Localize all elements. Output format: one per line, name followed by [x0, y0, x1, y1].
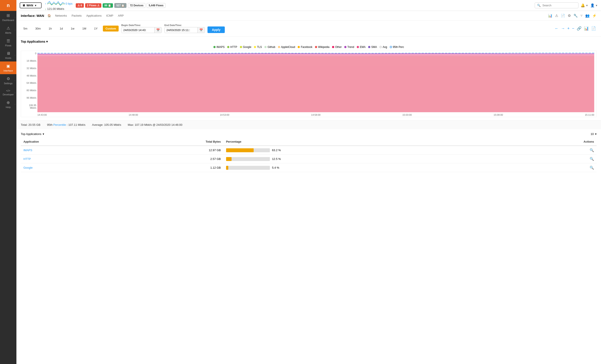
interface-icon: ▣: [6, 64, 10, 69]
zoom-action-icon[interactable]: 🔍: [590, 148, 594, 152]
search-input[interactable]: [542, 4, 576, 7]
search-box[interactable]: 🔍: [535, 2, 579, 8]
sidebar-item-hosts[interactable]: 🖥 Hosts ›: [0, 49, 16, 61]
chart-title: Top Applications: [21, 40, 45, 43]
sidebar-item-label: Help: [6, 106, 11, 108]
dropdown-arrow: ▾: [43, 132, 44, 136]
chart-view-button[interactable]: 📊: [583, 25, 589, 31]
dashboard-icon: ⊞: [7, 13, 10, 18]
table-row: Google 1.12 GB 5.4 % 🔍: [21, 163, 597, 172]
zoom-action-icon[interactable]: 🔍: [590, 166, 594, 169]
logo[interactable]: n: [0, 0, 16, 11]
action-cell: 🔍: [519, 146, 597, 155]
prev-button[interactable]: ←: [554, 26, 559, 31]
wrench-icon[interactable]: 🔧: [573, 14, 578, 18]
wan-selector[interactable]: 🖥 WAN ▼: [20, 2, 41, 8]
lightning-icon[interactable]: ⚡: [592, 14, 597, 18]
notifications-button[interactable]: 🔔 ▼: [581, 3, 588, 8]
sidebar-item-dashboard[interactable]: ⊞ Dashboard ›: [0, 11, 16, 24]
subnav-arp[interactable]: ARP: [116, 13, 126, 18]
time-30m[interactable]: 30m: [33, 26, 43, 31]
subnav-applications[interactable]: Applications: [84, 13, 103, 18]
google-link[interactable]: Google: [23, 166, 33, 169]
subnav-icmp[interactable]: ICMP: [104, 13, 115, 18]
count-badge-green[interactable]: 86 📋: [103, 3, 113, 8]
legend-dot: [368, 46, 370, 48]
total-stat: Total: 20.55 GB: [21, 123, 40, 127]
legend-imaps: IMAPS: [213, 46, 225, 49]
next-button[interactable]: →: [560, 26, 566, 31]
search-area: 🔍 🔔 ▼ 👤 ▼: [535, 2, 598, 8]
legend-dot: [213, 46, 216, 48]
nav-arrows: ← → + − 🔗 📊 📄: [554, 25, 597, 31]
table-count-selector[interactable]: 10 ▾: [591, 132, 597, 136]
end-calendar-icon[interactable]: 📅: [197, 27, 205, 33]
end-date-input-wrap[interactable]: 📅: [164, 27, 205, 33]
subnav-networks[interactable]: Networks: [53, 13, 69, 18]
file-icon[interactable]: 📄: [561, 14, 565, 18]
flows-alert-badge[interactable]: 2 Flows ⚠: [85, 3, 101, 8]
legend-trend: Trend: [344, 46, 354, 49]
chart-title-dropdown[interactable]: Top Applications ▾: [21, 40, 48, 43]
progress-bar: [226, 148, 270, 152]
progress-wrap: 63.2 %: [226, 148, 517, 152]
legend-dot: [344, 46, 346, 48]
user-button[interactable]: 👤 ▼: [590, 3, 598, 8]
percentile-link[interactable]: Percentile: [53, 123, 66, 127]
zoom-action-icon[interactable]: 🔍: [590, 157, 594, 161]
pct-label: 63.2 %: [272, 148, 281, 152]
flows-count-badge[interactable]: 5,449 Flows: [147, 3, 165, 8]
sidebar-item-label: Dashboard: [2, 19, 14, 21]
time-custom[interactable]: Custom: [103, 26, 119, 31]
zoom-out-button[interactable]: −: [571, 26, 575, 31]
doc-icon: 📋: [108, 4, 111, 7]
people-icon[interactable]: 👥: [585, 14, 590, 18]
link-button[interactable]: 🔗: [576, 25, 582, 31]
sidebar-item-help[interactable]: ⊕ Help ›: [0, 98, 16, 111]
traffic-up: 0 bps: [66, 2, 73, 5]
gear-icon[interactable]: ⚙: [568, 14, 571, 18]
developer-icon: </>: [6, 89, 10, 92]
alert-badge[interactable]: ⚠ 6: [76, 3, 84, 8]
begin-calendar-icon[interactable]: 📅: [154, 27, 161, 33]
imaps-link[interactable]: IMAPS: [23, 148, 32, 152]
legend-dot: [254, 46, 256, 48]
begin-date-input-wrap[interactable]: 📅: [121, 27, 162, 33]
end-date-input[interactable]: [165, 27, 197, 33]
x-axis-labels: 14:43:00 14:48:00 14:53:00 14:58:00 15:0…: [37, 113, 594, 117]
sidebar-item-settings[interactable]: ⚙ Settings ›: [0, 74, 16, 87]
sidebar-item-alerts[interactable]: ⚠ Alerts ›: [0, 24, 16, 36]
warning-icon[interactable]: ⚠: [555, 14, 558, 18]
sidebar-item-developer[interactable]: </> Developer ›: [0, 87, 16, 98]
legend-google: Google: [240, 46, 251, 49]
flows-alert-label: 2 Flows: [87, 4, 97, 7]
legend-95perc: 95th Perc: [390, 46, 404, 49]
time-5m[interactable]: 5m: [21, 26, 30, 31]
subnav-packets[interactable]: Packets: [70, 13, 83, 18]
chevron-right-icon: ›: [15, 103, 15, 105]
begin-date-group: Begin Date/Time: 📅: [121, 24, 162, 33]
begin-date-input[interactable]: [121, 27, 154, 33]
page-title: Interface: WAN: [21, 14, 44, 18]
devices-badge[interactable]: 72 Devices: [128, 3, 145, 8]
time-1h[interactable]: 1h: [46, 26, 54, 31]
zoom-in-button[interactable]: +: [567, 26, 570, 31]
time-1w[interactable]: 1w: [68, 26, 77, 31]
count-badge-gray[interactable]: 527 📋: [114, 3, 127, 8]
sidebar-item-flows[interactable]: ☰ Flows: [0, 36, 16, 49]
progress-bar: [226, 157, 270, 161]
col-application: Application: [21, 138, 123, 146]
chart-icon[interactable]: 📊: [548, 14, 552, 18]
time-1M[interactable]: 1M: [80, 26, 89, 31]
fork-icon[interactable]: ⑂: [581, 14, 583, 18]
http-link[interactable]: HTTP: [23, 157, 31, 161]
export-button[interactable]: 📄: [591, 25, 597, 31]
apply-button[interactable]: Apply: [208, 27, 225, 33]
progress-wrap: 5.4 %: [226, 166, 517, 170]
progress-fill: [226, 157, 231, 161]
time-1Y[interactable]: 1Y: [91, 26, 100, 31]
home-icon[interactable]: 🏠: [48, 14, 51, 17]
sidebar-item-interface[interactable]: ▣ Interface: [0, 61, 16, 74]
table-title-dropdown[interactable]: Top Applications ▾: [21, 132, 44, 136]
time-1d[interactable]: 1d: [57, 26, 65, 31]
